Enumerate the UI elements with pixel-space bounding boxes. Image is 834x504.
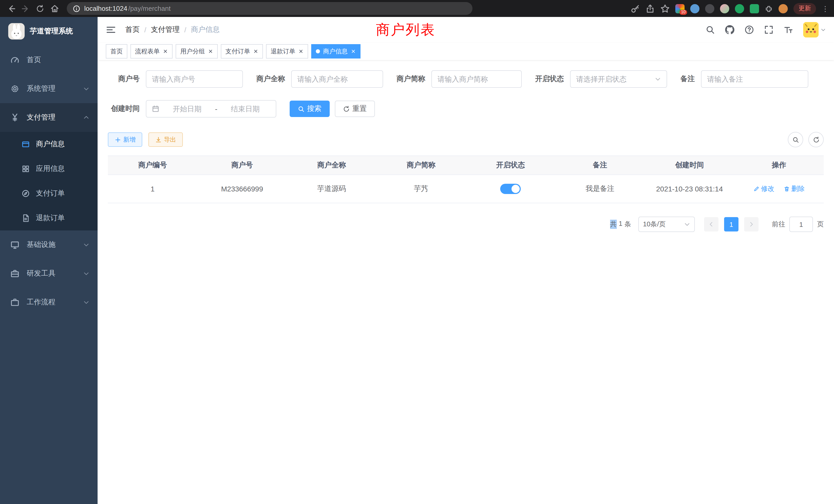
password-key-icon[interactable] (631, 4, 640, 13)
add-button[interactable]: 新增 (108, 132, 142, 147)
browser-extension-icon[interactable]: 10 (675, 4, 684, 13)
browser-update-button[interactable]: 更新 (793, 3, 816, 14)
extensions-puzzle-icon[interactable] (765, 4, 773, 13)
browser-extension-icon[interactable] (735, 4, 744, 13)
close-icon[interactable] (351, 49, 356, 54)
short-name-field[interactable] (431, 70, 522, 88)
browser-refresh-icon[interactable] (34, 2, 46, 15)
col-header-short-name: 商户简称 (376, 156, 466, 175)
sidebar-item-merchant-info[interactable]: 商户信息 (0, 132, 97, 157)
sidebar-item-refund-order[interactable]: 退款订单 (0, 206, 97, 230)
sidebar-item-home[interactable]: 首页 (0, 46, 97, 74)
sidebar-item-system[interactable]: 系统管理 (0, 74, 97, 103)
col-header-status: 开启状态 (466, 156, 555, 175)
sidebar-item-infrastructure[interactable]: 基础设施 (0, 230, 97, 259)
toggle-search-button[interactable] (788, 132, 803, 147)
toolbox-icon (10, 269, 20, 278)
font-size-icon[interactable] (784, 25, 793, 35)
browser-extension-icon[interactable] (690, 4, 699, 13)
browser-extension-icon[interactable] (720, 4, 729, 13)
remark-field[interactable] (701, 70, 808, 88)
page-title-annotation: 商户列表 (376, 21, 436, 39)
share-icon[interactable] (645, 4, 655, 13)
github-icon[interactable] (725, 25, 734, 35)
hamburger-icon[interactable] (106, 25, 116, 35)
grid-icon (22, 165, 30, 173)
sidebar-item-app-info[interactable]: 应用信息 (0, 157, 97, 181)
tab-refund-order[interactable]: 退款订单 (266, 44, 308, 59)
breadcrumb-current: 商户信息 (191, 25, 220, 35)
browser-home-icon[interactable] (48, 2, 61, 15)
tab-pay-order[interactable]: 支付订单 (221, 44, 263, 59)
full-name-input[interactable] (297, 75, 377, 83)
browser-toolbar: localhost:1024/pay/merchant 10 更新 ⋮ (0, 0, 834, 17)
fullscreen-icon[interactable] (764, 25, 773, 35)
browser-back-icon[interactable] (5, 2, 18, 15)
download-icon (155, 136, 162, 143)
page-size-select[interactable]: 10条/页 (638, 216, 695, 232)
date-end-input[interactable] (221, 105, 270, 113)
export-button[interactable]: 导出 (148, 132, 183, 147)
full-name-field[interactable] (291, 70, 383, 88)
refresh-table-button[interactable] (808, 132, 824, 147)
short-name-input[interactable] (438, 75, 515, 83)
tab-process-form[interactable]: 流程表单 (130, 44, 173, 59)
remark-input[interactable] (707, 75, 802, 83)
tab-merchant-info[interactable]: 商户信息 (311, 44, 360, 59)
address-bar[interactable]: localhost:1024/pay/merchant (67, 2, 473, 15)
next-page-button[interactable] (744, 217, 759, 231)
sidebar-item-label: 支付订单 (36, 189, 65, 198)
edit-icon (753, 186, 760, 192)
breadcrumb-home[interactable]: 首页 (125, 25, 140, 35)
edit-button[interactable]: 修改 (753, 184, 774, 193)
merchant-no-field[interactable] (146, 70, 243, 88)
site-info-icon[interactable] (73, 5, 80, 12)
status-select-input[interactable] (576, 75, 652, 83)
tab-user-group[interactable]: 用户分组 (176, 44, 218, 59)
reset-button[interactable]: 重置 (335, 100, 375, 117)
tags-view: 首页 流程表单 用户分组 支付订单 退款订单 商户信息 (97, 43, 834, 60)
pagination: 共 1 条 10条/页 1 前往 (108, 216, 824, 232)
logo-avatar (8, 23, 25, 40)
delete-button[interactable]: 删除 (784, 184, 805, 193)
close-icon[interactable] (163, 49, 168, 54)
sidebar-item-label: 研发工具 (27, 269, 56, 278)
browser-forward-icon[interactable] (20, 2, 32, 15)
sidebar-item-pay-order[interactable]: 支付订单 (0, 181, 97, 206)
col-header-actions: 操作 (734, 156, 824, 175)
breadcrumb-pay[interactable]: 支付管理 (151, 25, 180, 35)
col-header-full-name: 商户全称 (287, 156, 376, 175)
browser-menu-icon[interactable]: ⋮ (822, 4, 829, 13)
tab-home[interactable]: 首页 (106, 44, 127, 59)
cell-short-name: 芋艿 (376, 175, 466, 203)
prev-page-button[interactable] (704, 217, 719, 231)
help-icon[interactable] (745, 25, 754, 35)
browser-extension-icon[interactable] (705, 4, 714, 13)
browser-profile-avatar[interactable] (778, 4, 788, 13)
status-toggle[interactable] (500, 184, 521, 194)
merchant-no-input[interactable] (152, 75, 237, 83)
chevron-down-icon (684, 221, 690, 227)
short-name-label: 商户简称 (396, 74, 425, 84)
browser-extension-icon[interactable] (750, 4, 759, 13)
close-icon[interactable] (299, 49, 304, 54)
gear-icon (10, 84, 20, 93)
sidebar-item-pay[interactable]: 支付管理 (0, 103, 97, 132)
page-number-button[interactable]: 1 (724, 217, 739, 231)
app-logo[interactable]: 芋道管理系统 (0, 17, 97, 46)
user-avatar[interactable] (803, 22, 826, 38)
close-icon[interactable] (253, 49, 258, 54)
date-start-input[interactable] (162, 105, 212, 113)
chevron-down-icon (83, 299, 89, 305)
status-select[interactable] (570, 70, 667, 88)
goto-page-input[interactable] (789, 216, 813, 232)
sidebar-item-workflow[interactable]: 工作流程 (0, 288, 97, 317)
close-icon[interactable] (208, 49, 213, 54)
date-range-picker[interactable]: - (146, 100, 276, 117)
refresh-icon (813, 136, 819, 143)
sidebar-item-dev-tools[interactable]: 研发工具 (0, 259, 97, 288)
bookmark-star-icon[interactable] (660, 4, 670, 13)
search-icon[interactable] (706, 25, 715, 35)
full-name-label: 商户全称 (256, 74, 285, 84)
search-button[interactable]: 搜索 (290, 100, 330, 117)
